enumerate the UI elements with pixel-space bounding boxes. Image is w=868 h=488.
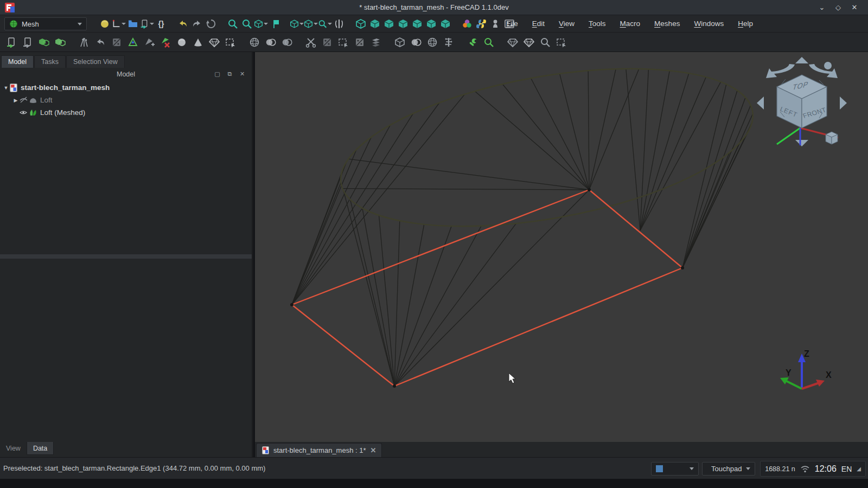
axonometric-view-icon[interactable] (354, 17, 368, 31)
macro-braces-icon[interactable]: {} (154, 17, 168, 31)
zoom-selection-icon[interactable] (240, 17, 254, 31)
workbench-selector[interactable]: Mesh (4, 17, 87, 30)
close-button[interactable]: ✕ (850, 3, 859, 12)
caliper-icon[interactable] (332, 17, 346, 31)
dock-overlay-button[interactable]: ⧉ (226, 70, 234, 78)
document-tab[interactable]: start-blech_tarman_mesh : 1* ✕ (256, 443, 382, 457)
menu-help[interactable]: Help (731, 15, 760, 33)
tree-expander[interactable]: ▶ (13, 98, 18, 103)
rotate-right-step-arrow[interactable] (840, 97, 847, 110)
new-part-icon[interactable] (268, 17, 282, 31)
undo-icon[interactable] (176, 17, 190, 31)
top-view-icon[interactable] (382, 17, 396, 31)
harmonize-normals-icon[interactable] (125, 34, 141, 50)
rotate-left-step-arrow[interactable] (757, 97, 764, 110)
tree-item-loft[interactable]: ▶Loft (0, 94, 252, 106)
save-document-icon[interactable] (140, 17, 154, 31)
wifi-icon[interactable] (800, 465, 810, 473)
zoom-fit-all-icon[interactable] (226, 17, 240, 31)
panel-splitter[interactable] (0, 254, 252, 259)
nav-style-selector[interactable] (651, 462, 699, 476)
regular-sphere-icon[interactable] (174, 34, 190, 50)
property-tab-data[interactable]: Data (27, 442, 54, 455)
curvature-plot-icon[interactable] (92, 34, 108, 50)
maximize-button[interactable]: ◇ (833, 3, 843, 12)
appearance-icon[interactable] (460, 17, 474, 31)
mesh-wireframe[interactable] (290, 52, 765, 388)
visual-inspect-icon[interactable] (537, 34, 553, 50)
redo-icon[interactable] (190, 17, 204, 31)
menu-macro[interactable]: Macro (613, 15, 648, 33)
placement-icon[interactable] (112, 17, 126, 31)
import-mesh-icon[interactable] (3, 34, 20, 50)
merge-mesh-icon[interactable] (408, 34, 424, 50)
whatsthis-icon[interactable] (98, 17, 112, 31)
menu-tools[interactable]: Tools (582, 15, 613, 33)
keyboard-layout-badge[interactable]: EN (841, 465, 852, 473)
split-mesh-icon[interactable] (392, 34, 408, 50)
regular-cone-icon[interactable] (190, 34, 206, 50)
property-tab-view[interactable]: View (0, 442, 27, 455)
refresh-icon[interactable] (204, 17, 218, 31)
left-view-icon[interactable] (438, 17, 452, 31)
gem-icon[interactable] (206, 34, 222, 50)
draw-style-icon[interactable] (254, 17, 268, 31)
tree-item-start-blech-tarman-mesh[interactable]: ▼start-blech_tarman_mesh (0, 81, 252, 94)
navigation-cube[interactable]: TOP LEFT FRONT (757, 57, 847, 146)
union-icon[interactable] (263, 34, 279, 50)
add-triangle-icon[interactable] (141, 34, 157, 50)
repair-mesh-icon[interactable] (464, 34, 481, 50)
intersection-icon[interactable] (279, 34, 295, 50)
front-view-icon[interactable] (368, 17, 382, 31)
rotate-right-arrow[interactable] (809, 64, 838, 78)
std-views-icon[interactable] (290, 17, 304, 31)
mini-cube-icon[interactable] (826, 132, 838, 144)
trim-mesh-icon[interactable] (303, 34, 319, 50)
export-mesh-icon[interactable] (20, 34, 36, 50)
property-editor[interactable] (0, 259, 252, 441)
spine-icon[interactable] (441, 34, 457, 50)
freeview-dot[interactable] (824, 62, 832, 69)
clipping-icon[interactable] (304, 17, 318, 31)
document-tab-close-icon[interactable]: ✕ (371, 446, 376, 454)
eye-icon[interactable] (18, 108, 28, 117)
vertex-gem-icon[interactable] (505, 34, 521, 50)
globe-icon[interactable] (424, 34, 441, 50)
inspect-leaf-icon[interactable] (481, 34, 497, 50)
python-console-icon[interactable] (474, 17, 488, 31)
tilt-up-arrow[interactable] (795, 57, 808, 63)
view-measure-icon[interactable] (318, 17, 332, 31)
clock[interactable]: 12:06 (815, 464, 837, 474)
menu-file[interactable]: File (499, 15, 525, 33)
slice-mesh-icon[interactable] (368, 34, 384, 50)
rotate-left-arrow[interactable] (766, 64, 795, 78)
right-view-icon[interactable] (396, 17, 410, 31)
rear-view-icon[interactable] (410, 17, 424, 31)
bottom-view-icon[interactable] (424, 17, 438, 31)
menu-windows[interactable]: Windows (687, 15, 731, 33)
tray-expand-icon[interactable]: ◢ (857, 466, 861, 472)
crop-mesh-icon[interactable] (222, 34, 239, 50)
tilt-down-arrow[interactable] (795, 140, 808, 146)
open-document-icon[interactable] (126, 17, 140, 31)
mirror-mesh-icon[interactable] (319, 34, 335, 50)
measure-gem-icon[interactable] (521, 34, 537, 50)
evaluate-mesh-icon[interactable] (108, 34, 125, 50)
mesh-from-shape-icon[interactable] (36, 34, 52, 50)
menu-view[interactable]: View (552, 15, 582, 33)
dock-close-button[interactable]: ✕ (238, 70, 246, 78)
dock-tab-tasks[interactable]: Tasks (34, 55, 66, 68)
dock-tab-selection-view[interactable]: Selection View (66, 55, 125, 68)
dock-float-button[interactable]: ▢ (213, 70, 221, 78)
pointer-mode-selector[interactable]: Touchpad (702, 462, 755, 476)
segments-icon[interactable] (335, 34, 352, 50)
tree-item-loft-meshed-[interactable]: Loft (Meshed) (0, 106, 252, 119)
3d-viewport[interactable]: TOP LEFT FRONT Z Y X (255, 52, 868, 442)
menu-meshes[interactable]: Meshes (647, 15, 687, 33)
analyze-mesh-icon[interactable] (76, 34, 92, 50)
minimize-button[interactable]: ⌄ (817, 3, 827, 12)
menu-edit[interactable]: Edit (525, 15, 552, 33)
refine-mesh-icon[interactable] (52, 34, 68, 50)
dock-tab-model[interactable]: Model (1, 55, 34, 68)
boundary-box-icon[interactable] (553, 34, 570, 50)
